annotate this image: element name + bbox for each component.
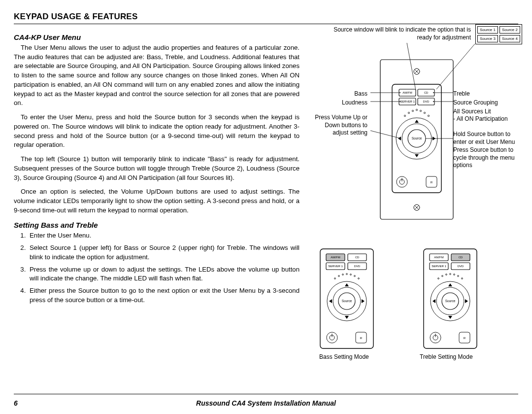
page-number: 6 [14,399,29,407]
svg-text:SERVER 1: SERVER 1 [328,265,343,268]
svg-text:SERVER 1: SERVER 1 [432,265,446,268]
svg-point-18 [399,92,400,93]
svg-marker-71 [362,299,365,303]
svg-text:AM/FM: AM/FM [331,256,340,259]
paragraph: The top left (Source 1) button will temp… [14,155,299,182]
loudness-label: Loudness [331,99,367,107]
bass-label: Bass [343,90,367,98]
svg-point-20 [399,101,400,102]
svg-point-90 [454,274,455,276]
svg-point-86 [438,278,439,279]
section-1-title: CA4-KP User Menu [14,33,299,41]
svg-marker-97 [448,283,452,286]
page-section-header: KEYPAD USAGE & FEATURES [14,12,518,22]
svg-marker-68 [345,283,349,286]
svg-text:DVD: DVD [423,100,430,103]
svg-marker-34 [415,154,419,157]
all-sources-label: All Sources Lit [453,108,491,116]
svg-marker-70 [329,299,332,303]
svg-point-63 [358,278,360,279]
steps-list: Enter the User Menu. Select Source 1 (up… [14,231,299,305]
svg-point-28 [428,115,429,116]
svg-text:R: R [464,337,466,340]
svg-text:CD: CD [459,256,463,259]
svg-marker-98 [448,316,452,319]
svg-point-62 [354,276,356,277]
paragraph: The User Menu allows the user to adjust … [14,43,299,108]
source-grouping-label: Source Grouping [453,99,498,107]
svg-text:R: R [360,337,363,340]
left-column: CA4-KP User Menu The User Menu allows th… [14,27,299,308]
svg-point-89 [450,274,451,275]
svg-point-27 [424,112,425,113]
svg-marker-100 [465,299,468,303]
bass-mode-caption: Bass Setting Mode [319,353,369,361]
svg-text:SERVER 1: SERVER 1 [400,100,415,103]
svg-text:CD: CD [424,91,429,94]
list-item: Either press the Source button to go to … [28,286,299,305]
svg-point-23 [408,112,409,113]
svg-marker-33 [415,120,419,123]
paragraph: Once an option is selected, the Volume U… [14,187,299,215]
svg-text:DVD: DVD [458,265,464,268]
svg-point-88 [446,274,447,276]
svg-point-92 [462,278,463,279]
svg-point-60 [346,274,348,275]
list-item: Enter the User Menu. [28,231,299,241]
svg-text:AM/FM: AM/FM [402,91,412,94]
list-item: Select Source 1 (upper left) for Bass or… [28,243,299,262]
section-2-title: Setting Bass and Treble [14,221,299,229]
divider [14,394,518,394]
right-column: Source window will blink to indicate the… [308,27,518,308]
list-item: Press the volume up or down to adjust th… [28,265,299,283]
all-on-label: - All ON Participation [453,115,508,123]
svg-point-25 [416,109,417,110]
divider [14,24,518,24]
svg-text:Source: Source [445,299,456,303]
svg-point-24 [412,110,413,111]
small-keypads: AM/FM CD SERVER 1 DVD Source [315,249,522,367]
svg-point-22 [404,115,405,116]
treble-mode-caption: Treble Setting Mode [420,353,473,361]
footer-title: Russound CA4 System Installation Manual [29,399,503,407]
svg-text:Source: Source [412,137,422,140]
svg-point-59 [342,274,344,276]
paragraph: To enter the User Menu, press and hold t… [14,113,299,150]
svg-text:Source: Source [342,299,352,303]
svg-point-57 [334,278,336,279]
hold-note-1: Hold Source button to enter or exit User… [453,131,520,146]
svg-point-21 [433,101,434,102]
svg-point-58 [338,276,340,277]
svg-text:R: R [431,181,433,184]
svg-text:DVD: DVD [354,265,361,268]
svg-point-91 [458,276,459,277]
svg-point-26 [420,110,421,111]
svg-point-87 [442,276,443,277]
svg-text:AM/FM: AM/FM [434,256,443,259]
svg-point-61 [350,274,352,276]
svg-point-19 [433,92,434,93]
volume-note: Press Volume Up or Down buttons to adjus… [308,114,367,137]
svg-text:CD: CD [355,256,360,259]
hold-note-2: Press Source button to cycle through the… [453,146,520,170]
main-keypad-diagram: AM/FM CD SERVER 1 DVD [377,57,456,224]
svg-marker-69 [345,316,349,319]
svg-marker-99 [432,299,435,303]
page-footer: 6 Russound CA4 System Installation Manua… [14,399,518,407]
